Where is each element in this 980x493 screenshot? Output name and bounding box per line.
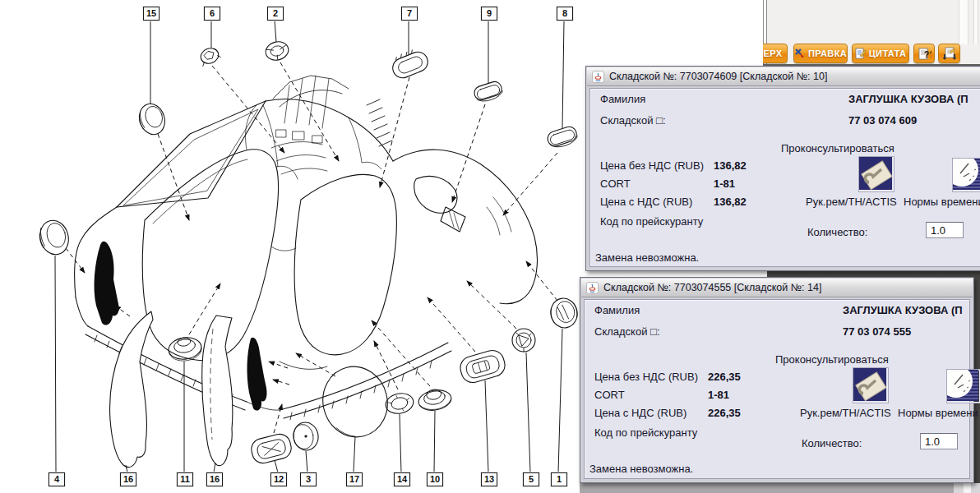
part-glyph-4[interactable] [36, 217, 72, 257]
callout-box-8[interactable]: 8 [557, 7, 573, 21]
callout-box-6[interactable]: 6 [204, 7, 220, 21]
callout-line-1 [558, 329, 562, 472]
part-glyph-3[interactable] [291, 421, 320, 453]
callout-line-13 [485, 380, 488, 472]
part-glyph-11[interactable] [167, 335, 203, 362]
price-ex-value: 136,82 [714, 159, 747, 172]
up-button[interactable]: ЕРХ [763, 44, 788, 63]
part-name-value: ЗАГЛУШКА КУЗОВА (П [848, 93, 968, 105]
part-number-value: 77 03 074 609 [848, 114, 917, 127]
cort-label: CORT [594, 389, 625, 401]
part-glyph-5[interactable] [512, 329, 535, 352]
name-label: Фамилия [600, 93, 645, 105]
cort-value: 1-81 [714, 177, 735, 190]
callout-line-10 [434, 411, 435, 472]
wrench-document-icon [859, 157, 892, 190]
part-glyph-10[interactable] [417, 387, 453, 413]
scrollbar-stripe[interactable] [973, 0, 978, 44]
quantity-input[interactable] [926, 222, 964, 238]
background-scroll-thumb[interactable] [964, 483, 971, 493]
callout-line-5 [526, 352, 530, 472]
callout-box-17[interactable]: 17 [346, 472, 363, 486]
callout-box-7[interactable]: 7 [401, 7, 418, 21]
callout-box-9[interactable]: 9 [481, 7, 497, 21]
edit-button[interactable]: ПРАВКА [793, 44, 848, 63]
dialog-titlebar[interactable]: Складской №: 7703074609 [Складской №: 10… [587, 67, 980, 86]
transfer-notes-button[interactable] [938, 44, 960, 63]
callout-line-16 [214, 463, 215, 472]
part-glyph-16[interactable] [110, 311, 233, 468]
callout-box-10[interactable]: 10 [427, 472, 443, 486]
part-name-value: ЗАГЛУШКА КУЗОВА (П [843, 304, 963, 316]
dialog-title: Складской №: 7703074555 [Складской №: 14… [603, 282, 821, 293]
part-glyph-17[interactable] [316, 360, 395, 444]
quantity-label: Количество: [802, 437, 862, 449]
time-standards-button[interactable] [952, 158, 980, 192]
callout-box-5[interactable]: 5 [523, 472, 539, 486]
parts-catalog-app: { "diagram": { "top_callouts": [ {"label… [0, 0, 980, 493]
callout-box-16[interactable]: 16 [206, 472, 223, 486]
quote-icon [855, 48, 867, 59]
repair-manual-button[interactable] [853, 367, 889, 403]
price-code-label: Код по прейскуранту [594, 426, 697, 439]
up-button-label: ЕРХ [764, 44, 783, 62]
callout-box-1[interactable]: 1 [551, 472, 567, 486]
price-code-label: Код по прейскуранту [600, 215, 703, 228]
scrollbar-stripe[interactable] [959, 0, 968, 44]
callout-line-14 [400, 414, 401, 472]
toolbar: ЕРХ ПРАВКА ЦИТАТА ?? [763, 43, 980, 64]
part-glyph-15[interactable] [135, 100, 169, 138]
replacement-note: Замена невозможна. [595, 251, 699, 264]
price-inc-value: 226,35 [708, 407, 741, 419]
quote-button-label: ЦИТАТА [869, 44, 907, 62]
part-glyph-1[interactable] [548, 296, 580, 330]
price-inc-value: 136,82 [714, 196, 747, 208]
callout-box-11[interactable]: 11 [177, 472, 193, 486]
part-glyph-14[interactable] [384, 391, 415, 417]
repair-manual-button[interactable] [858, 156, 894, 192]
wrench-document-icon [853, 368, 886, 401]
edit-icon [794, 48, 806, 59]
time-standards-label: Нормы времени [904, 196, 980, 208]
callout-box-12[interactable]: 12 [270, 472, 287, 486]
consult-label: Проконсультироваться [775, 353, 889, 366]
quote-button[interactable]: ЦИТАТА [852, 44, 909, 63]
part-glyph-6[interactable] [198, 45, 222, 66]
part-glyph-2[interactable] [264, 39, 291, 62]
part-glyph-13[interactable] [458, 348, 508, 385]
java-app-icon [586, 282, 599, 294]
stock-label: Складской □: [600, 114, 666, 127]
replacement-note: Замена невозможна. [589, 463, 693, 475]
dialog-content: Фамилия ЗАГЛУШКА КУЗОВА (П Складской □: … [584, 299, 970, 479]
repair-manual-label: Рук.рем/TH/ACTIS [806, 196, 897, 208]
consult-label: Проконсультироваться [781, 142, 894, 154]
callout-line-8 [562, 21, 564, 128]
callout-line-2 [275, 21, 276, 42]
callout-box-16[interactable]: 16 [120, 472, 136, 486]
callout-box-2[interactable]: 2 [267, 7, 284, 21]
callout-box-14[interactable]: 14 [394, 472, 410, 486]
dialog-content: Фамилия ЗАГЛУШКА КУЗОВА (П Складской □: … [589, 88, 980, 267]
callout-line-17 [354, 436, 355, 472]
callout-line-3 [306, 451, 307, 472]
callout-box-3[interactable]: 3 [300, 472, 317, 486]
question-pages-icon: ?? [918, 47, 931, 61]
part-glyph-7[interactable] [389, 46, 431, 81]
part-glyph-8[interactable] [546, 125, 580, 150]
callout-box-4[interactable]: 4 [49, 472, 65, 486]
question-pages-button[interactable]: ?? [913, 44, 935, 63]
callout-box-13[interactable]: 13 [481, 472, 497, 486]
dialog-titlebar[interactable]: Складской №: 7703074555 [Складской №: 14… [581, 279, 973, 297]
quantity-input[interactable] [920, 433, 958, 449]
cort-label: CORT [600, 177, 631, 190]
price-ex-label: Цена без НДС (RUB) [594, 371, 698, 383]
background-bottom-strip [580, 483, 980, 493]
callout-box-15[interactable]: 15 [143, 7, 159, 21]
time-standards-button[interactable] [946, 369, 980, 403]
cort-value: 1-81 [708, 389, 729, 401]
callout-line-4 [55, 256, 56, 472]
price-inc-label: Цена с НДС (RUB) [594, 407, 686, 419]
background-toolbar-panel: ЕРХ ПРАВКА ЦИТАТА ?? [763, 0, 980, 66]
part-glyph-12[interactable] [249, 432, 294, 466]
repair-manual-label: Рук.рем/TH/ACTIS [800, 407, 891, 419]
